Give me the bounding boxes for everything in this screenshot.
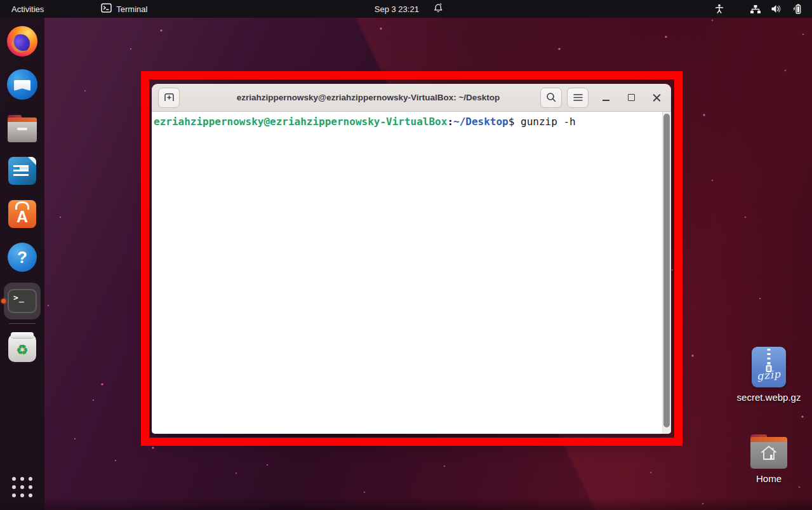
dock: A ? >_ ♻ <box>0 18 44 510</box>
house-glyph <box>759 444 778 464</box>
files-folder-icon <box>8 119 37 142</box>
home-folder-icon <box>750 440 787 469</box>
top-bar-left: Activities Terminal <box>0 0 156 18</box>
system-status-area[interactable] <box>714 0 812 18</box>
maximize-button[interactable] <box>623 90 639 106</box>
gzip-file-icon: gzip <box>752 347 786 387</box>
terminal-content[interactable]: ezriahzippernowsky@ezriahzippernowsky-Vi… <box>152 112 671 434</box>
prompt-colon: : <box>447 116 453 128</box>
new-tab-button[interactable] <box>158 88 180 108</box>
dock-item-terminal[interactable]: >_ <box>0 283 44 319</box>
clock-area[interactable]: Sep 3 23:21 <box>375 0 443 18</box>
zipper-graphic <box>768 349 771 365</box>
close-button[interactable] <box>648 90 665 106</box>
dock-item-files[interactable] <box>0 112 44 143</box>
minimize-button[interactable] <box>597 90 614 106</box>
focused-app-indicator[interactable]: Terminal <box>92 0 156 18</box>
prompt-path: ~/Desktop <box>453 116 509 128</box>
dock-item-firefox[interactable] <box>0 26 44 57</box>
scrollbar-thumb[interactable] <box>663 114 670 427</box>
dock-item-help[interactable]: ? <box>0 242 44 272</box>
terminal-prompt-line: ezriahzippernowsky@ezriahzippernowsky-Vi… <box>154 115 671 128</box>
desktop-screen: Activities Terminal Sep 3 23:21 <box>0 0 812 510</box>
dock-separator <box>9 323 36 324</box>
maximize-icon <box>628 94 635 101</box>
libreoffice-writer-icon <box>8 157 36 185</box>
ubuntu-software-icon: A <box>8 200 36 228</box>
terminal-window: ezriahzippernowsky@ezriahzippernowsky-Vi… <box>152 84 671 434</box>
running-indicator-dot <box>1 299 6 304</box>
desktop-icon-label: Home <box>756 473 782 484</box>
notification-bell-icon <box>433 3 443 15</box>
thunderbird-icon <box>7 69 37 100</box>
window-title: ezriahzippernowsky@ezriahzippernowsky-Vi… <box>180 93 540 102</box>
dock-item-libreoffice-writer[interactable] <box>0 156 44 186</box>
terminal-app-icon <box>101 3 112 15</box>
gzip-icon-text: gzip <box>751 367 787 383</box>
help-icon-glyph: ? <box>17 248 27 267</box>
activities-button[interactable]: Activities <box>0 0 55 18</box>
search-button[interactable] <box>540 88 562 108</box>
desktop-icon-label: secret.webp.gz <box>737 392 801 403</box>
firefox-icon <box>7 26 37 57</box>
clock-label[interactable]: Sep 3 23:21 <box>375 4 419 14</box>
typed-command: gunzip -h <box>514 116 575 128</box>
terminal-scrollbar[interactable] <box>662 112 671 434</box>
desktop-icon-secret-webp-gz[interactable]: gzip secret.webp.gz <box>731 347 806 403</box>
top-bar: Activities Terminal Sep 3 23:21 <box>0 0 812 18</box>
accessibility-icon[interactable] <box>714 4 724 14</box>
dock-item-thunderbird[interactable] <box>0 69 44 100</box>
terminal-icon-glyph: >_ <box>13 293 25 302</box>
software-icon-letter: A <box>17 209 28 225</box>
recycle-symbol: ♻ <box>17 342 29 358</box>
wired-network-icon[interactable] <box>750 4 761 14</box>
battery-charging-icon[interactable] <box>792 3 803 15</box>
menu-button[interactable] <box>567 88 589 108</box>
dock-item-ubuntu-software[interactable]: A <box>0 199 44 229</box>
close-icon <box>653 93 661 102</box>
minimize-icon <box>602 100 609 101</box>
help-icon: ? <box>8 243 37 272</box>
show-applications-button[interactable] <box>10 474 35 500</box>
focused-app-label: Terminal <box>116 4 147 14</box>
terminal-titlebar[interactable]: ezriahzippernowsky@ezriahzippernowsky-Vi… <box>152 84 671 112</box>
prompt-dollar: $ <box>509 116 515 128</box>
terminal-icon: >_ <box>8 289 37 313</box>
trash-icon: ♻ <box>8 334 36 362</box>
dock-item-trash[interactable]: ♻ <box>0 333 44 363</box>
prompt-user-host: ezriahzippernowsky@ezriahzippernowsky-Vi… <box>154 116 447 128</box>
desktop-icon-home[interactable]: Home <box>731 434 806 484</box>
volume-icon[interactable] <box>771 4 782 14</box>
